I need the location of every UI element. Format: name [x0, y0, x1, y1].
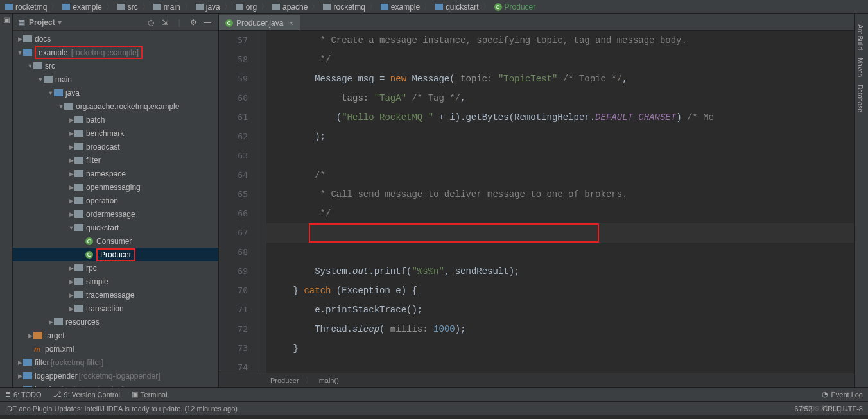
breadcrumb-item[interactable]: apache [270, 3, 310, 12]
breadcrumb-item[interactable]: rocketmq [3, 3, 49, 12]
code-line[interactable]: Thread.sleep( millis: 1000); [272, 320, 854, 339]
tree-item[interactable]: ▶transaction [13, 302, 218, 315]
folder-icon [23, 372, 32, 380]
left-strip-handle[interactable]: ▣ [2, 17, 10, 25]
code-line[interactable]: /* [272, 166, 854, 185]
breadcrumb-item[interactable]: src [115, 3, 141, 12]
tree-item-label: benchmark [86, 129, 124, 138]
hide-icon[interactable]: — [202, 17, 213, 28]
folder-icon [54, 89, 63, 97]
tree-item-label: Consumer [96, 237, 132, 246]
breadcrumb-item[interactable]: java [193, 3, 223, 12]
tree-item[interactable]: ▶target [13, 329, 218, 342]
tree-item[interactable]: ▶batch [13, 113, 218, 126]
tree-item[interactable]: ▼src [13, 59, 218, 73]
right-tool-tab[interactable]: Database [855, 81, 865, 116]
tree-item[interactable]: ▶simple [13, 275, 218, 288]
close-icon[interactable]: × [289, 19, 293, 27]
terminal-tab[interactable]: ▣Terminal [132, 390, 168, 398]
tree-item[interactable]: ▶filter [rocketmq-filter] [13, 355, 218, 369]
tree-item[interactable]: ▶openmessaging [13, 180, 218, 194]
code-line[interactable]: ); [272, 127, 854, 146]
todo-tab[interactable]: ≣6: TODO [5, 390, 42, 398]
code-crumb-item[interactable]: Producer [270, 377, 299, 384]
breadcrumb-item[interactable]: quickstart [433, 3, 481, 12]
folder-icon [74, 305, 83, 312]
locate-icon[interactable]: ◎ [145, 17, 157, 28]
tree-item-label: filter [86, 156, 101, 165]
tree-item-label: main [55, 75, 72, 84]
tree-item[interactable]: ▶operation [13, 194, 218, 207]
tree-item[interactable]: ▶broadcast [13, 140, 218, 153]
encoding[interactable]: CRLF UTF-8 [822, 405, 863, 413]
code-line[interactable]: * Create a message instance, specifying … [272, 31, 854, 50]
code-line[interactable] [272, 146, 854, 166]
code-line[interactable]: } [272, 339, 854, 358]
breadcrumb-item[interactable]: example [378, 3, 422, 12]
tree-item[interactable]: ▼org.apache.rocketmq.example [13, 99, 218, 113]
fold-column[interactable] [257, 31, 266, 373]
collapse-icon[interactable]: ⇲ [159, 17, 171, 28]
code-content[interactable]: * Create a message instance, specifying … [266, 31, 854, 373]
breadcrumb-item[interactable]: CProducer [492, 3, 539, 12]
tree-item[interactable]: ▼quickstart [13, 221, 218, 234]
folder-icon [74, 224, 83, 232]
gear-icon[interactable]: ⚙ [187, 17, 199, 28]
code-line[interactable]: */ [272, 204, 854, 223]
tree-item[interactable]: ▶filter [13, 153, 218, 167]
folder-icon [272, 4, 280, 10]
code-line[interactable]: } catch (Exception e) { [272, 281, 854, 300]
tree-item[interactable]: ▶namespace [13, 167, 218, 180]
code-breadcrumb[interactable]: Producer〉main() [219, 373, 854, 387]
breadcrumb-item[interactable]: main [151, 3, 183, 12]
folder-icon [74, 264, 83, 272]
code-line[interactable]: * Call send message to deliver message t… [272, 185, 854, 204]
tree-item-label: resources [65, 318, 100, 327]
tree-item[interactable]: ▶tracemessage [13, 288, 218, 302]
tree-item[interactable]: ▶rpc [13, 261, 218, 275]
breadcrumb-item[interactable]: rocketmq [320, 3, 367, 12]
breadcrumb-item[interactable]: org [233, 3, 259, 12]
breadcrumb-item[interactable]: example [60, 3, 104, 12]
project-tree[interactable]: ▶docs▼example [rocketmq-example]▼src▼mai… [13, 31, 218, 387]
tree-item[interactable]: ▶logappender [rocketmq-logappender] [13, 369, 218, 382]
editor-tab[interactable]: CProducer.java× [219, 15, 300, 30]
tree-item[interactable]: ▼java [13, 86, 218, 99]
code-line[interactable]: */ [272, 50, 854, 69]
code-line[interactable]: ("Hello RocketMQ " + i).getBytes(Remotin… [272, 108, 854, 127]
folder-icon [23, 386, 32, 388]
tree-item[interactable]: ▼main [13, 73, 218, 86]
version-control-tab[interactable]: ⎇9: Version Control [53, 390, 120, 398]
tree-item[interactable]: ▶ordermessage [13, 207, 218, 221]
tree-item[interactable]: CProducer [13, 248, 218, 261]
code-line[interactable] [272, 358, 854, 373]
class-icon: C [85, 251, 94, 259]
tree-item[interactable]: CConsumer [13, 234, 218, 248]
dropdown-icon[interactable]: ▾ [58, 18, 62, 27]
tree-item[interactable]: ▶benchmark [13, 126, 218, 140]
code-line[interactable] [272, 243, 854, 262]
gutter[interactable]: 575859606162636465666768697071727374 [219, 31, 257, 373]
right-tool-tab[interactable]: Ant Build [855, 21, 865, 54]
folder-icon [74, 157, 83, 164]
code-line[interactable]: e.printStackTrace(); [272, 300, 854, 320]
project-tool-window: ▤ Project ▾ ◎ ⇲ | ⚙ — ▶docs▼example [roc… [13, 14, 219, 387]
code-line[interactable]: tags: "TagA" /* Tag */, [272, 89, 854, 108]
folder-icon [23, 35, 32, 43]
divider: | [173, 17, 185, 28]
code-line[interactable]: Message msg = new Message( topic: "Topic… [272, 69, 854, 89]
tree-item-label: openmessaging [86, 183, 141, 192]
tree-item[interactable]: ▶docs [13, 32, 218, 46]
tree-item[interactable]: mpom.xml [13, 342, 218, 355]
tree-item-label: ordermessage [86, 210, 135, 219]
tree-item[interactable]: ▼example [rocketmq-example] [13, 46, 218, 59]
project-title[interactable]: Project [29, 18, 55, 27]
event-log-tab[interactable]: ◔Event Log [822, 390, 863, 398]
code-crumb-item[interactable]: main() [319, 377, 339, 384]
tree-item[interactable]: ▶logging [rocketmq-logging] [13, 382, 218, 387]
right-tool-tab[interactable]: Maven [855, 54, 865, 81]
caret-position[interactable]: 67:52 [795, 405, 813, 413]
folder-icon [54, 318, 63, 326]
tree-item[interactable]: ▶resources [13, 315, 218, 329]
code-line[interactable]: System.out.printf("%s%n", sendResult); [272, 262, 854, 281]
